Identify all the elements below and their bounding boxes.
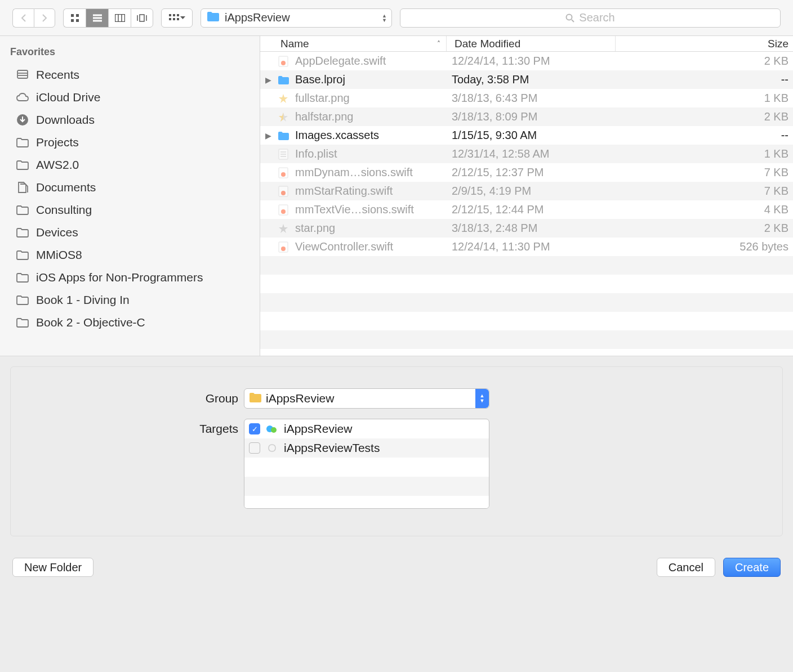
file-name: halfstar.png — [295, 110, 444, 123]
file-date: 3/18/13, 6:43 PM — [444, 92, 613, 105]
sidebar-item-consulting[interactable]: Consulting — [0, 199, 260, 221]
arrange-button[interactable] — [161, 8, 193, 28]
file-date: 3/18/13, 2:48 PM — [444, 222, 613, 235]
sidebar-item-book-2-objective-c[interactable]: Book 2 - Objective-C — [0, 311, 260, 334]
sidebar-item-label: AWS2.0 — [36, 158, 79, 172]
star-icon — [276, 223, 291, 234]
targets-list: ✓iAppsReviewiAppsReviewTests — [244, 419, 489, 509]
create-button[interactable]: Create — [723, 558, 781, 577]
disclosure-triangle-icon[interactable]: ▶ — [260, 75, 276, 84]
sidebar-item-aws2-0[interactable]: AWS2.0 — [0, 154, 260, 176]
file-row: mmTextVie…sions.swift2/12/15, 12:44 PM4 … — [260, 200, 793, 219]
empty-row — [260, 256, 793, 275]
target-checkbox[interactable] — [249, 442, 260, 454]
folder-icon — [16, 293, 29, 307]
sidebar-item-devices[interactable]: Devices — [0, 221, 260, 244]
file-row[interactable]: ▶Base.lprojToday, 3:58 PM-- — [260, 70, 793, 89]
file-size: 1 KB — [613, 92, 793, 105]
target-checkbox[interactable]: ✓ — [249, 423, 260, 434]
svg-rect-16 — [169, 18, 171, 20]
target-name: iAppsReviewTests — [284, 441, 380, 455]
sidebar-item-label: Book 2 - Objective-C — [36, 316, 145, 329]
fullstar-icon — [276, 93, 291, 104]
folder-icon — [16, 136, 29, 149]
sidebar-item-label: Book 1 - Diving In — [36, 293, 130, 307]
sidebar-item-label: Downloads — [36, 113, 95, 127]
file-row: Info.plist12/31/14, 12:58 AM1 KB — [260, 145, 793, 163]
column-size[interactable]: Size — [615, 36, 793, 51]
recents-icon — [16, 68, 29, 82]
sidebar-item-recents[interactable]: Recents — [0, 64, 260, 86]
target-row[interactable]: iAppsReviewTests — [244, 438, 489, 458]
folder-icon — [16, 271, 29, 284]
sidebar-item-label: MMiOS8 — [36, 248, 82, 262]
search-icon — [565, 14, 574, 23]
download-icon — [16, 113, 29, 127]
file-size: -- — [613, 129, 793, 142]
sidebar: Favorites RecentsiCloud DriveDownloadsPr… — [0, 36, 260, 356]
file-date: 12/31/14, 12:58 AM — [444, 147, 613, 160]
folder-icon — [16, 316, 29, 329]
group-label: Group — [11, 388, 244, 405]
empty-row — [260, 275, 793, 293]
empty-row — [260, 293, 793, 312]
file-row[interactable]: ▶Images.xcassets1/15/15, 9:30 AM-- — [260, 126, 793, 145]
target-row[interactable]: ✓iAppsReview — [244, 419, 489, 438]
svg-rect-2 — [71, 19, 74, 22]
forward-button[interactable] — [34, 8, 55, 28]
sidebar-item-mmios8[interactable]: MMiOS8 — [0, 244, 260, 266]
back-button[interactable] — [12, 8, 34, 28]
target-name: iAppsReview — [284, 422, 352, 436]
plist-icon — [276, 149, 291, 160]
sidebar-item-icloud-drive[interactable]: iCloud Drive — [0, 86, 260, 109]
group-dropdown[interactable]: iAppsReview ▲▼ — [244, 388, 489, 409]
column-date[interactable]: Date Modified — [446, 36, 615, 51]
targets-label: Targets — [11, 419, 244, 436]
search-input[interactable]: Search — [400, 8, 781, 28]
group-value: iAppsReview — [266, 392, 334, 405]
coverflow-view-button[interactable] — [131, 8, 153, 28]
svg-rect-4 — [93, 15, 102, 16]
file-date: 1/15/15, 9:30 AM — [444, 129, 613, 142]
sidebar-item-documents[interactable]: Documents — [0, 176, 260, 199]
svg-rect-1 — [76, 14, 79, 17]
list-view-button[interactable] — [86, 8, 108, 28]
svg-rect-13 — [169, 14, 171, 16]
file-date: Today, 3:58 PM — [444, 73, 613, 86]
sidebar-item-label: Recents — [36, 68, 79, 82]
file-name: mmDynam…sions.swift — [295, 166, 444, 179]
sidebar-item-label: Documents — [36, 181, 96, 194]
toolbar: iAppsReview ▲▼ Search — [0, 0, 793, 36]
file-date: 2/12/15, 12:37 PM — [444, 166, 613, 179]
file-row: AppDelegate.swift12/24/14, 11:30 PM2 KB — [260, 52, 793, 70]
file-name: ViewController.swift — [295, 240, 444, 253]
icon-view-button[interactable] — [63, 8, 86, 28]
sidebar-item-downloads[interactable]: Downloads — [0, 109, 260, 131]
sidebar-item-label: iCloud Drive — [36, 91, 100, 104]
sidebar-item-projects[interactable]: Projects — [0, 131, 260, 154]
svg-point-26 — [281, 61, 286, 65]
file-size: 526 bytes — [613, 240, 793, 253]
sidebar-item-ios-apps-for-non-programmers[interactable]: iOS Apps for Non-Programmers — [0, 266, 260, 289]
new-folder-button[interactable]: New Folder — [12, 558, 93, 577]
cancel-button[interactable]: Cancel — [657, 558, 715, 577]
stepper-icon: ▲▼ — [475, 389, 489, 408]
target-icon — [266, 443, 278, 453]
sidebar-item-book-1-diving-in[interactable]: Book 1 - Diving In — [0, 289, 260, 311]
file-date: 12/24/14, 11:30 PM — [444, 55, 613, 68]
path-dropdown[interactable]: iAppsReview ▲▼ — [201, 8, 392, 28]
file-date: 12/24/14, 11:30 PM — [444, 240, 613, 253]
svg-point-32 — [281, 172, 286, 177]
column-view-button[interactable] — [108, 8, 131, 28]
column-name[interactable]: Name ˄ — [260, 36, 446, 51]
folder-icon — [276, 75, 291, 84]
file-name: Base.lproj — [295, 73, 444, 86]
options-panel: Group iAppsReview ▲▼ Targets ✓iAppsRevie… — [0, 356, 793, 546]
svg-line-20 — [572, 20, 574, 22]
empty-row — [260, 312, 793, 330]
svg-point-19 — [567, 14, 572, 20]
cloud-icon — [16, 91, 29, 104]
empty-row — [244, 496, 489, 509]
disclosure-triangle-icon[interactable]: ▶ — [260, 131, 276, 140]
file-size: 4 KB — [613, 203, 793, 216]
